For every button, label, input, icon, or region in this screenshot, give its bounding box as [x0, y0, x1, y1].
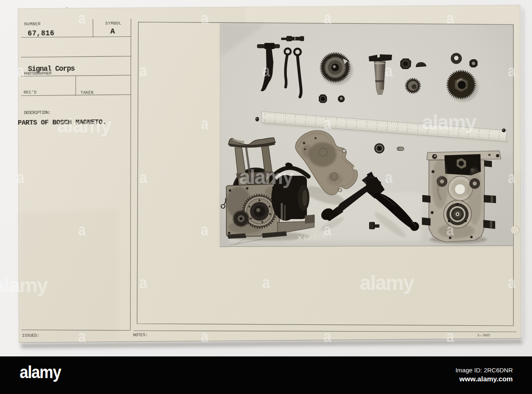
svg-text:alamy: alamy — [239, 166, 294, 188]
svg-text:a: a — [78, 9, 86, 27]
svg-text:DESCRIPTION:: DESCRIPTION: — [24, 110, 50, 115]
svg-text:alamy: alamy — [360, 271, 415, 294]
svg-text:a: a — [508, 168, 516, 187]
svg-text:a: a — [140, 273, 148, 292]
svg-text:67,816: 67,816 — [27, 29, 54, 38]
svg-text:a: a — [446, 220, 455, 239]
svg-text:a: a — [324, 327, 332, 346]
svg-text:NOTES:: NOTES: — [133, 332, 148, 337]
svg-text:a: a — [140, 61, 148, 80]
svg-text:a: a — [508, 61, 516, 80]
svg-text:a: a — [262, 273, 271, 292]
svg-text:Image ID: 2RC6DNR: Image ID: 2RC6DNR — [455, 367, 513, 374]
svg-text:A: A — [110, 27, 115, 36]
svg-text:a: a — [324, 114, 332, 133]
svg-text:a: a — [201, 9, 209, 27]
svg-text:a: a — [385, 61, 393, 80]
svg-text:a: a — [201, 327, 209, 346]
svg-text:SYMBOL: SYMBOL — [105, 21, 122, 26]
svg-text:a: a — [446, 9, 455, 27]
svg-text:TAKEN: TAKEN — [81, 90, 94, 95]
svg-text:ISSUED:: ISSUED: — [22, 333, 39, 338]
svg-text:3—5605: 3—5605 — [477, 333, 490, 337]
svg-text:a: a — [201, 220, 209, 239]
svg-text:REC'D: REC'D — [24, 90, 37, 95]
svg-text:NUMBER: NUMBER — [24, 22, 41, 27]
svg-text:a: a — [201, 114, 209, 133]
svg-text:a: a — [508, 273, 516, 292]
svg-text:alamy: alamy — [0, 274, 48, 297]
svg-text:a: a — [324, 9, 332, 27]
svg-text:a: a — [385, 168, 393, 187]
svg-text:a: a — [446, 327, 455, 346]
svg-text:a: a — [78, 220, 86, 239]
svg-text:a: a — [262, 61, 271, 80]
svg-text:alamy: alamy — [20, 362, 61, 382]
svg-text:www.alamy.com: www.alamy.com — [459, 375, 513, 383]
svg-text:a: a — [324, 220, 332, 239]
svg-text:alamy: alamy — [422, 111, 477, 134]
svg-text:a: a — [17, 61, 25, 80]
svg-text:a: a — [78, 327, 86, 346]
svg-text:a: a — [17, 168, 25, 187]
svg-text:a: a — [140, 168, 148, 187]
svg-text:alamy: alamy — [57, 114, 112, 137]
svg-text:Signal Corps: Signal Corps — [28, 65, 75, 73]
